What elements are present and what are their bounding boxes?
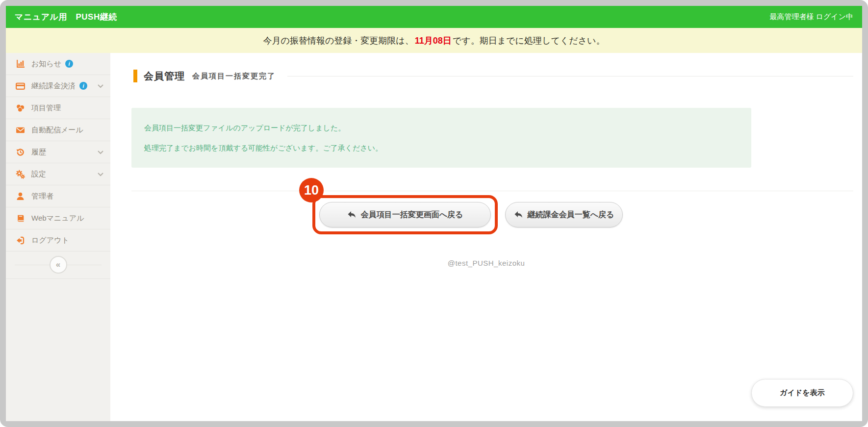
sidebar-item-label: 設定: [31, 170, 46, 179]
account-id-text: @test_PUSH_keizoku: [110, 259, 862, 267]
success-message-box: 会員項目一括変更ファイルのアップロードが完了しました。 処理完了までお時間を頂戴…: [131, 108, 751, 168]
sidebar-item-label: Webマニュアル: [31, 214, 84, 223]
button-label: 継続課金会員一覧へ戻る: [528, 210, 614, 220]
app-title: マニュアル用 PUSH継続: [15, 11, 117, 23]
screenshot-frame: マニュアル用 PUSH継続 最高管理者様 ログイン中 今月の振替情報の登録・変更…: [0, 0, 868, 427]
coins-icon: [14, 103, 26, 113]
success-message-line2: 処理完了までお時間を頂戴する可能性がございます。ご了承ください。: [144, 143, 739, 153]
collapse-chevrons-icon: «: [56, 260, 60, 270]
section-head: 会員管理 会員項目一括変更完了: [133, 69, 853, 83]
sidebar-item-recurring-billing[interactable]: 継続課金決済 i: [6, 75, 110, 97]
credit-card-icon: [14, 81, 26, 91]
title-accent-bar: [133, 70, 137, 82]
top-bar: マニュアル用 PUSH継続 最高管理者様 ログイン中: [6, 6, 862, 28]
sidebar-item-settings[interactable]: 設定: [6, 163, 110, 185]
annotation-step-badge: 10: [299, 178, 324, 202]
sidebar-item-auto-mail[interactable]: 自動配信メール: [6, 119, 110, 141]
sidebar-item-label: お知らせ: [31, 59, 61, 69]
reply-arrow-icon: [347, 211, 356, 219]
sidebar-item-label: 履歴: [31, 148, 46, 157]
chevron-down-icon: [98, 172, 103, 176]
page-title: 会員管理: [144, 70, 185, 83]
divider: [131, 191, 853, 191]
reply-arrow-icon: [514, 211, 523, 219]
notice-text-suffix: です。期日までに処理してください。: [453, 35, 605, 47]
sidebar-item-admin[interactable]: 管理者: [6, 185, 110, 207]
mail-icon: [14, 126, 26, 135]
notice-deadline: 11月08日: [414, 35, 453, 47]
sidebar-item-history[interactable]: 履歴: [6, 141, 110, 163]
user-icon: [14, 192, 26, 201]
body: お知らせ i 継続課金決済 i 項: [6, 53, 862, 421]
sidebar-item-label: ログアウト: [31, 236, 69, 245]
logout-icon: [14, 236, 26, 245]
chevron-down-icon: [98, 150, 103, 154]
sidebar-collapse-button[interactable]: «: [50, 256, 67, 274]
notice-bar: 今月の振替情報の登録・変更期限は、 11月08日 です。期日までに処理してくださ…: [6, 28, 862, 53]
sidebar-item-label: 管理者: [31, 192, 53, 201]
success-message-line1: 会員項目一括変更ファイルのアップロードが完了しました。: [144, 123, 739, 133]
annotation-highlight-rect: 会員項目一括変更画面へ戻る: [312, 195, 498, 234]
divider: [287, 76, 853, 76]
main-content: 会員管理 会員項目一括変更完了 会員項目一括変更ファイルのアップロードが完了しま…: [110, 53, 862, 421]
history-icon: [14, 148, 26, 157]
page-subtitle: 会員項目一括変更完了: [192, 72, 276, 81]
sidebar-collapse-row: «: [6, 251, 110, 279]
sidebar-item-label: 自動配信メール: [31, 126, 83, 135]
sidebar: お知らせ i 継続課金決済 i 項: [6, 53, 110, 421]
sidebar-item-item-management[interactable]: 項目管理: [6, 97, 110, 119]
back-to-member-list-button[interactable]: 継続課金会員一覧へ戻る: [505, 202, 623, 227]
sidebar-item-label: 項目管理: [31, 103, 61, 113]
notice-text-prefix: 今月の振替情報の登録・変更期限は、: [263, 35, 414, 47]
info-icon: i: [65, 60, 73, 68]
app-window: マニュアル用 PUSH継続 最高管理者様 ログイン中 今月の振替情報の登録・変更…: [6, 6, 862, 421]
sidebar-item-label: 継続課金決済: [31, 81, 76, 91]
sidebar-item-news[interactable]: お知らせ i: [6, 53, 110, 75]
bar-chart-icon: [14, 59, 26, 69]
sidebar-item-logout[interactable]: ログアウト: [6, 229, 110, 251]
back-to-bulk-change-button[interactable]: 会員項目一括変更画面へ戻る: [319, 202, 491, 227]
gear-icon: [14, 170, 26, 179]
buttons-row: 会員項目一括変更画面へ戻る 継続課金会員一覧へ戻る: [312, 195, 862, 234]
show-guide-button[interactable]: ガイドを表示: [751, 379, 853, 407]
button-label: 会員項目一括変更画面へ戻る: [361, 210, 463, 220]
info-icon: i: [79, 82, 87, 90]
book-icon: [14, 214, 26, 223]
sidebar-item-web-manual[interactable]: Webマニュアル: [6, 207, 110, 229]
chevron-down-icon: [98, 84, 103, 88]
login-status: 最高管理者様 ログイン中: [769, 12, 853, 22]
